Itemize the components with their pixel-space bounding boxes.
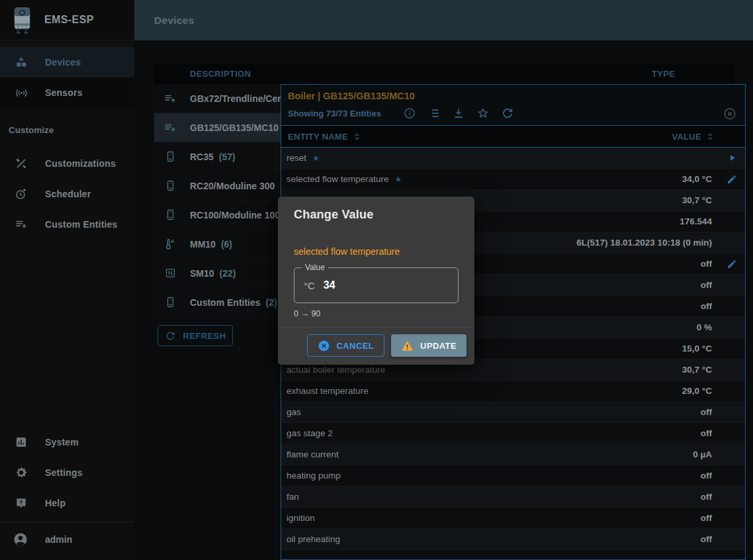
entity-value: 30,7 °C xyxy=(682,195,712,205)
customize-section-header: Customize xyxy=(0,108,134,138)
entity-row[interactable]: selected flow temperature★34,0 °C xyxy=(281,169,745,190)
update-button[interactable]: UPDATE xyxy=(391,334,466,357)
help-icon: ? xyxy=(13,496,29,510)
sidebar-item-label: Settings xyxy=(45,467,83,478)
refresh-icon[interactable] xyxy=(501,107,514,120)
boiler-logo-icon xyxy=(11,7,33,34)
entity-name: gas xyxy=(287,407,301,417)
svg-text:A: A xyxy=(171,238,174,244)
dialog-body: selected flow temperature Value °C 34 0 … xyxy=(278,232,474,327)
entity-name: selected flow temperature xyxy=(287,174,389,184)
sidebar-item-sensors[interactable]: Sensors xyxy=(0,77,134,108)
favorite-star-icon: ★ xyxy=(395,175,402,184)
sidebar-item-system[interactable]: System xyxy=(0,427,134,457)
sidebar-item-label: Customizations xyxy=(45,158,116,169)
sidebar-user[interactable]: admin xyxy=(0,522,134,557)
entity-row[interactable]: ignitionoff xyxy=(281,508,745,529)
download-icon[interactable] xyxy=(452,107,465,120)
range-hint: 0 → 90 xyxy=(294,309,459,318)
sort-entity-name[interactable]: ENTITY NAME xyxy=(288,132,361,142)
dialog-entity-label: selected flow temperature xyxy=(294,246,459,257)
sort-value[interactable]: VALUE xyxy=(672,132,715,142)
entity-value: off xyxy=(701,534,712,544)
device-entity-count: (57) xyxy=(219,152,236,162)
sidebar-nav-bottom: SystemSettings?Help xyxy=(0,427,134,518)
refresh-label: REFRESH xyxy=(183,331,226,341)
refresh-button[interactable]: REFRESH xyxy=(157,325,233,346)
unit-adornment: °C xyxy=(304,280,315,291)
cancel-label: CANCEL xyxy=(337,341,375,351)
playlist-add-icon xyxy=(13,218,29,231)
sort-icon xyxy=(706,132,715,141)
construction-icon xyxy=(13,157,29,170)
entity-value: off xyxy=(701,513,712,523)
edit-icon[interactable] xyxy=(727,259,737,269)
system-icon xyxy=(13,436,29,449)
close-icon[interactable] xyxy=(723,107,737,121)
warning-icon xyxy=(401,340,414,352)
svg-text:?: ? xyxy=(19,499,23,506)
page-title: Devices xyxy=(154,15,195,26)
devices-icon xyxy=(13,56,29,69)
update-label: UPDATE xyxy=(420,341,457,351)
sidebar-item-customizations[interactable]: Customizations xyxy=(0,148,134,179)
entity-row[interactable]: gas stage 2off xyxy=(281,423,745,444)
play-icon[interactable] xyxy=(727,153,737,163)
entity-value: off xyxy=(701,280,712,290)
cancel-button[interactable]: CANCEL xyxy=(307,334,385,357)
device-name: GBx72/Trendline/Cera xyxy=(190,93,287,104)
value-input-text: 34 xyxy=(324,279,335,291)
playlist-add-icon xyxy=(162,121,178,134)
sidebar-bottom: SystemSettings?Help admin xyxy=(0,427,134,557)
entity-row[interactable]: heating pumpoff xyxy=(281,465,745,487)
entity-value: 0 µA xyxy=(693,449,712,459)
app-name: EMS-ESP xyxy=(44,14,94,26)
entity-panel-subheader: Showing 73/73 Entities xyxy=(288,107,737,120)
entity-name: reset xyxy=(287,153,306,163)
sidebar-header: EMS-ESP xyxy=(0,0,134,40)
entity-name: ignition xyxy=(287,513,315,523)
sidebar: EMS-ESP DevicesSensors Customize Customi… xyxy=(0,0,134,560)
sidebar-nav-customize: CustomizationsSchedulerCustom Entities xyxy=(0,138,134,240)
entity-row[interactable]: exhaust temperature29,0 °C xyxy=(281,381,745,402)
device-name: GB125/GB135/MC10 xyxy=(190,122,279,133)
cancel-icon xyxy=(318,340,330,352)
entity-panel-toolbar xyxy=(392,107,514,120)
sidebar-item-settings[interactable]: Settings xyxy=(0,457,134,488)
entity-name: flame current xyxy=(287,449,339,459)
entity-row[interactable]: reset★ xyxy=(281,148,745,169)
entity-row[interactable]: gasoff xyxy=(281,402,745,423)
showing-count: Showing 73/73 Entities xyxy=(288,109,381,118)
device-entity-count: (22) xyxy=(220,268,236,279)
sidebar-item-scheduler[interactable]: Scheduler xyxy=(0,179,134,209)
devices-table-header: DESCRIPTION TYPE xyxy=(154,64,734,84)
entity-name: oil preheating xyxy=(287,534,340,544)
app-root: EMS-ESP DevicesSensors Customize Customi… xyxy=(0,0,753,560)
sidebar-item-label: System xyxy=(45,437,79,447)
star-icon[interactable] xyxy=(476,107,490,120)
sidebar-item-devices[interactable]: Devices xyxy=(0,47,134,77)
sidebar-item-help[interactable]: ?Help xyxy=(0,488,134,518)
info-icon[interactable] xyxy=(403,107,416,120)
entity-row[interactable]: oil preheatingoff xyxy=(281,529,745,550)
sort-icon xyxy=(353,132,361,141)
sidebar-item-custom-entities[interactable]: Custom Entities xyxy=(0,209,134,240)
value-input[interactable]: Value °C 34 xyxy=(294,267,459,303)
entity-name: heating pump xyxy=(287,471,341,481)
entity-value: off xyxy=(701,259,712,269)
column-type: TYPE xyxy=(652,69,675,79)
list-icon[interactable] xyxy=(427,107,441,120)
edit-icon[interactable] xyxy=(727,174,737,185)
entity-row-partial xyxy=(281,550,745,560)
favorite-star-icon: ★ xyxy=(312,154,320,163)
entity-value: off xyxy=(701,471,712,481)
entity-columns-header: ENTITY NAME VALUE xyxy=(281,126,745,148)
dialog-actions: CANCEL UPDATE xyxy=(278,327,474,365)
sidebar-item-label: Scheduler xyxy=(45,189,91,199)
sidebar-nav-main: DevicesSensors xyxy=(0,40,134,108)
change-value-dialog: Change Value selected flow temperature V… xyxy=(278,197,474,365)
sidebar-item-label: Devices xyxy=(45,57,81,68)
entity-row[interactable]: flame current0 µA xyxy=(281,444,745,465)
entity-row[interactable]: fanoff xyxy=(281,487,745,508)
device-name: RC100/Moduline 100 xyxy=(190,210,280,220)
